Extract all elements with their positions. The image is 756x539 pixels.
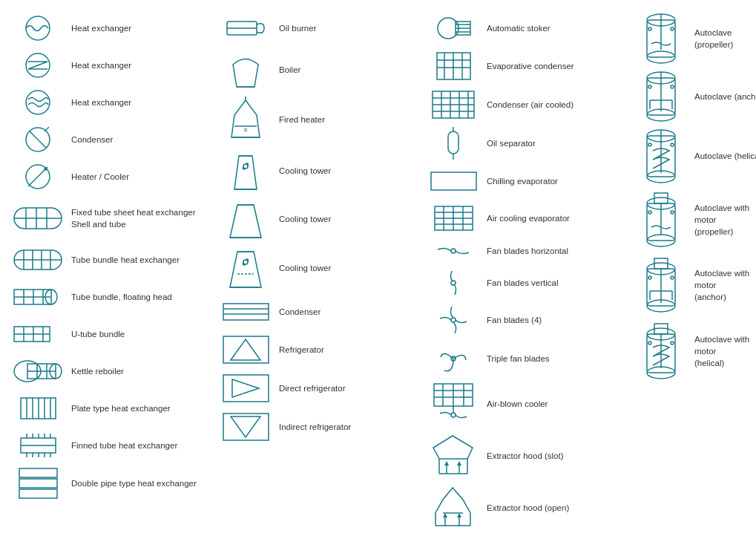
fixed-tube-label: Fixed tube sheet heat exchanger Shell an… <box>71 206 196 230</box>
list-item: Oil burner <box>218 10 420 46</box>
fan-blades-horizontal-label: Fan blades horizontal <box>487 245 568 257</box>
plate-type-icon <box>12 395 64 422</box>
direct-refrigerator-label: Direct refrigerator <box>279 382 345 394</box>
svg-point-177 <box>648 342 651 344</box>
svg-point-160 <box>648 211 651 214</box>
svg-rect-99 <box>448 131 458 154</box>
svg-text:≡: ≡ <box>243 126 247 134</box>
list-item: Tube bundle, floating head <box>10 279 212 315</box>
extractor-hood-open-icon <box>427 485 479 531</box>
heat-exchanger-2-icon <box>12 51 64 79</box>
svg-line-7 <box>28 167 47 186</box>
heat-exchanger-1-icon <box>12 14 64 42</box>
u-tube-icon <box>12 321 64 347</box>
cooling-tower-1-label: Cooling tower <box>279 165 331 177</box>
u-tube-label: U-tube bundle <box>71 328 125 340</box>
list-item: Heater / Cooler <box>10 159 212 195</box>
heater-cooler-icon <box>12 161 64 192</box>
cooling-tower-2-icon <box>220 199 272 240</box>
oil-separator-icon <box>427 127 479 160</box>
cooling-tower-3-label: Cooling tower <box>279 262 331 274</box>
heater-cooler-label: Heater / Cooler <box>71 171 129 183</box>
kettle-icon <box>12 356 64 386</box>
autoclave-motor-helical-label: Autoclave with motor (helical) <box>694 333 756 369</box>
list-item: Extractor hood (open) <box>426 483 628 533</box>
svg-point-148 <box>671 85 674 88</box>
svg-point-154 <box>671 143 674 146</box>
list-item: Finned tube heat exchanger <box>10 428 212 463</box>
svg-point-171 <box>671 276 674 279</box>
column-1: Heat exchanger Heat exchanger <box>7 7 215 536</box>
tube-bundle-floating-icon <box>12 284 64 310</box>
svg-marker-127 <box>457 461 461 466</box>
svg-point-110 <box>451 249 456 253</box>
autoclave-anchor-icon <box>635 71 687 122</box>
indirect-refrigerator-label: Indirect refrigerator <box>279 421 351 433</box>
extractor-hood-open-label: Extractor hood (open) <box>487 502 569 514</box>
boiler-icon <box>220 50 272 91</box>
list-item: Autoclave with motor (anchor) <box>634 253 756 317</box>
autoclave-motor-anchor-label: Autoclave with motor (anchor) <box>694 267 756 303</box>
tube-bundle-icon <box>12 246 64 274</box>
list-item: Kettle reboiler <box>10 353 212 389</box>
plate-type-label: Plate type heat exchanger <box>71 402 171 414</box>
autoclave-motor-propeller-label: Autoclave with motor (propeller) <box>694 202 756 238</box>
svg-rect-78 <box>223 375 269 402</box>
automatic-stoker-icon <box>427 14 479 42</box>
svg-marker-131 <box>443 513 447 517</box>
list-item: Air cooling evaporator <box>426 200 628 236</box>
heat-exchanger-2-label: Heat exchanger <box>71 59 131 71</box>
svg-marker-133 <box>457 513 461 517</box>
list-item: Evaporative condenser <box>426 48 628 85</box>
list-item: Autoclave (helical) <box>634 126 756 186</box>
svg-rect-102 <box>431 172 476 190</box>
svg-point-147 <box>648 85 651 88</box>
fan-blades-vertical-icon <box>427 268 479 298</box>
list-item: Tube bundle heat exchanger <box>10 242 212 278</box>
autoclave-motor-propeller-icon <box>635 190 687 249</box>
list-item: Condenser <box>10 122 212 157</box>
evaporative-condenser-label: Evaporative condenser <box>487 60 574 72</box>
svg-point-170 <box>648 276 651 279</box>
svg-point-0 <box>26 16 50 40</box>
triple-fan-blades-label: Triple fan blades <box>487 353 550 365</box>
list-item: Fan blades (4) <box>426 301 628 339</box>
list-item: Chilling evaporator <box>426 163 628 199</box>
list-item: Direct refrigerator <box>218 370 420 407</box>
oil-burner-label: Oil burner <box>279 22 317 34</box>
condenser2-icon <box>220 298 272 326</box>
svg-point-120 <box>451 413 456 417</box>
list-item: Fixed tube sheet heat exchanger Shell an… <box>10 196 212 241</box>
list-item: Automatic stoker <box>426 10 628 46</box>
list-item: Indirect refrigerator <box>218 408 420 445</box>
list-item: Oil separator <box>426 125 628 162</box>
list-item: Heat exchanger <box>10 85 212 120</box>
kettle-label: Kettle reboiler <box>71 365 124 377</box>
column-2: Oil burner Boiler <box>215 7 423 536</box>
column-3: Automatic stoker Evaporative condenser <box>423 7 631 536</box>
svg-marker-125 <box>444 461 449 466</box>
svg-line-5 <box>45 127 49 131</box>
list-item: Air-blown cooler <box>426 379 628 429</box>
cooling-tower-2-label: Cooling tower <box>279 213 331 225</box>
list-item: Condenser <box>218 294 420 330</box>
list-item: Plate type heat exchanger <box>10 391 212 426</box>
list-item: U-tube bundle <box>10 316 212 352</box>
fan-blades-4-icon <box>427 304 479 336</box>
list-item: Cooling tower <box>218 197 420 242</box>
finned-tube-label: Finned tube heat exchanger <box>71 440 177 451</box>
autoclave-anchor-label: Autoclave (anchor) <box>694 91 756 102</box>
svg-rect-55 <box>19 468 57 477</box>
direct-refrigerator-icon <box>220 372 272 405</box>
fired-heater-label: Fired heater <box>279 114 325 125</box>
oil-burner-icon <box>220 14 272 42</box>
double-pipe-icon <box>12 467 64 500</box>
page: Heat exchanger Heat exchanger <box>0 0 756 539</box>
refrigerator-label: Refrigerator <box>279 344 324 356</box>
extractor-hood-slot-label: Extractor hood (slot) <box>487 450 564 462</box>
finned-tube-icon <box>12 432 64 459</box>
svg-rect-57 <box>19 489 57 498</box>
extractor-hood-slot-icon <box>427 433 479 479</box>
autoclave-propeller-icon <box>635 13 687 65</box>
evaporative-condenser-icon <box>427 50 479 82</box>
